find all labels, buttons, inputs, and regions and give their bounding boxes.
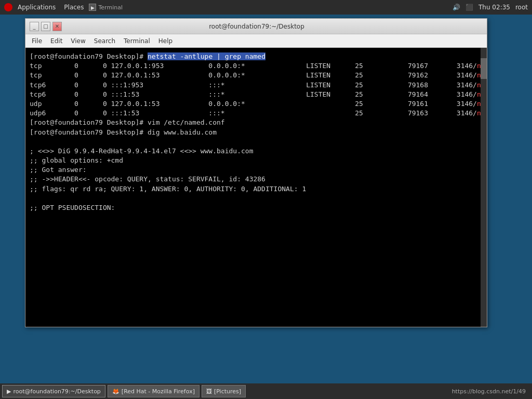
volume-icon[interactable]: 🔊 — [453, 4, 460, 11]
command-highlight: netstat -antlupe | grep named — [148, 52, 265, 60]
terminal-label: Terminal — [98, 4, 123, 11]
dig-prompt: [root@foundation79 Desktop]# dig www.bai… — [30, 128, 217, 136]
tcp-line-1: tcp 0 0 127.0.0.1:953 0.0.0.0:* LISTEN 2… — [30, 62, 487, 70]
terminal-titlebar: _ □ ✕ root@foundation79:~/Desktop — [25, 19, 487, 34]
terminal-output: [root@foundation79 Desktop]# netstat -an… — [30, 52, 483, 212]
terminal-menu[interactable]: ▶ Terminal — [89, 4, 123, 11]
taskbar-bottom: ▶ root@foundation79:~/Desktop 🦊 [Red Hat… — [0, 383, 532, 399]
taskbar-terminal-btn[interactable]: ▶ root@foundation79:~/Desktop — [2, 385, 105, 397]
tcp6-line-1: tcp6 0 0 :::1:953 :::* LISTEN 25 79168 3… — [30, 81, 487, 89]
maximize-button[interactable]: □ — [41, 22, 50, 31]
taskbar-top: Applications Places ▶ Terminal 🔊 ⬛ Thu 0… — [0, 0, 532, 15]
prompt-line: [root@foundation79 Desktop]# netstat -an… — [30, 52, 265, 60]
dig-answer: ;; Got answer: — [30, 166, 87, 174]
close-button[interactable]: ✕ — [52, 22, 62, 31]
user-label: root — [515, 4, 528, 11]
menu-terminal[interactable]: Terminal — [119, 36, 154, 46]
tcp6-line-2: tcp6 0 0 :::1:53 :::* LISTEN 25 79164 31… — [30, 90, 487, 98]
scrollbar[interactable] — [481, 48, 487, 327]
clock: Thu 02:35 — [478, 4, 510, 11]
display-icon: ⬛ — [466, 4, 473, 11]
taskbar-pictures-label: [Pictures] — [214, 388, 241, 395]
dig-header: ;; ->>HEADER<<- opcode: QUERY, status: S… — [30, 175, 265, 183]
menu-file[interactable]: File — [28, 36, 46, 46]
scrollbar-thumb[interactable] — [481, 58, 487, 79]
taskbar-firefox-btn[interactable]: 🦊 [Red Hat - Mozilla Firefox] — [108, 385, 200, 397]
dig-options: ;; global options: +cmd — [30, 156, 123, 164]
menu-view[interactable]: View — [66, 36, 89, 46]
dig-opt: ;; OPT PSEUDOSECTION: — [30, 204, 115, 211]
terminal-window: _ □ ✕ root@foundation79:~/Desktop File E… — [25, 18, 487, 327]
taskbar-url: https://blog.csdn.net/1/49 — [452, 388, 530, 395]
taskbar-terminal-label: root@foundation79:~/Desktop — [13, 388, 100, 395]
dig-flags: ;; flags: qr rd ra; QUERY: 1, ANSWER: 0,… — [30, 185, 306, 193]
places-menu[interactable]: Places — [61, 3, 87, 12]
terminal-title: root@foundation79:~/Desktop — [62, 23, 451, 30]
window-controls: _ □ ✕ — [30, 22, 62, 31]
menu-edit[interactable]: Edit — [46, 36, 66, 46]
redhat-icon — [4, 3, 12, 11]
applications-menu[interactable]: Applications — [15, 3, 59, 12]
taskbar-firefox-label: [Red Hat - Mozilla Firefox] — [122, 388, 195, 395]
vim-prompt: [root@foundation79 Desktop]# vim /etc/na… — [30, 118, 225, 126]
udp-line-1: udp 0 0 127.0.0.1:53 0.0.0.0:* 25 79161 … — [30, 100, 487, 108]
dig-version: ; <<>> DiG 9.9.4-RedHat-9.9.4-14.el7 <<>… — [30, 147, 253, 155]
taskbar-top-right: 🔊 ⬛ Thu 02:35 root — [453, 4, 528, 11]
terminal-taskbar-icon: ▶ — [7, 388, 11, 395]
menu-help[interactable]: Help — [154, 36, 177, 46]
pictures-taskbar-icon: 🖼 — [206, 388, 212, 395]
terminal-menubar: File Edit View Search Terminal Help — [25, 34, 487, 48]
udp6-line-1: udp6 0 0 :::1:53 :::* 25 79163 3146/name… — [30, 109, 487, 117]
taskbar-top-left: Applications Places ▶ Terminal — [4, 3, 123, 12]
taskbar-pictures-btn[interactable]: 🖼 [Pictures] — [202, 385, 246, 397]
terminal-icon: ▶ — [89, 4, 96, 11]
terminal-content[interactable]: [root@foundation79 Desktop]# netstat -an… — [25, 48, 487, 327]
firefox-taskbar-icon: 🦊 — [112, 388, 119, 395]
tcp-line-2: tcp 0 0 127.0.0.1:53 0.0.0.0:* LISTEN 25… — [30, 71, 487, 79]
menu-search[interactable]: Search — [90, 36, 119, 46]
minimize-button[interactable]: _ — [30, 22, 39, 31]
